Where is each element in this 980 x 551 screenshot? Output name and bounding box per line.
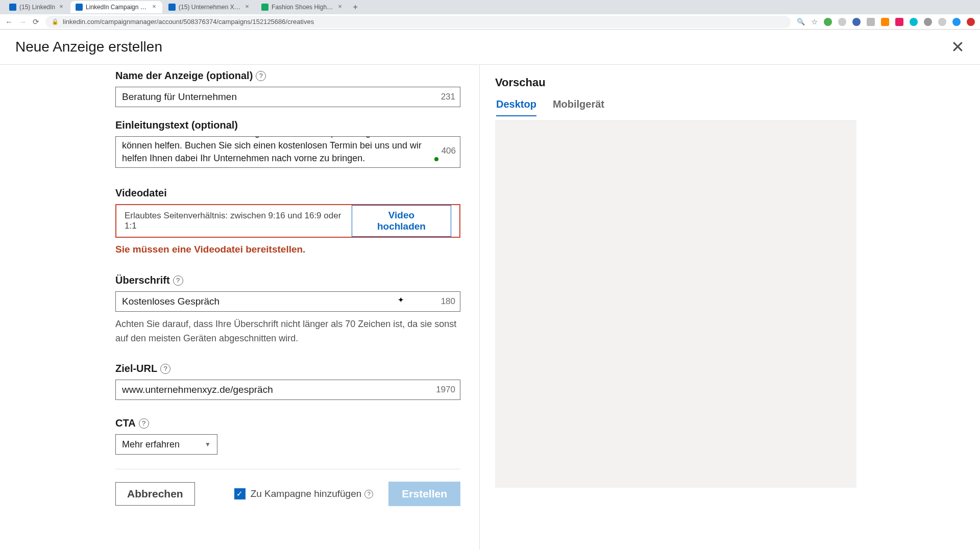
create-button[interactable]: Erstellen	[388, 482, 460, 506]
form-column: Name der Anzeige (optional) ? 231 Einlei…	[0, 65, 480, 550]
browser-tab[interactable]: (15) LinkedIn ×	[4, 1, 69, 13]
video-error-message: Sie müssen eine Videodatei bereitstellen…	[115, 244, 469, 255]
help-icon[interactable]: ?	[256, 71, 266, 81]
help-icon[interactable]: ?	[364, 490, 373, 498]
browser-tab[interactable]: (15) Unternehmen XYZ: Admin ×	[163, 1, 255, 13]
status-dot-icon	[434, 157, 438, 161]
modal-title: Neue Anzeige erstellen	[15, 39, 162, 55]
extension-icon[interactable]	[924, 18, 932, 26]
modal-body: Name der Anzeige (optional) ? 231 Einlei…	[0, 64, 980, 550]
tab-strip: (15) LinkedIn × LinkedIn Campaign Manage…	[0, 0, 980, 14]
extension-icons	[824, 18, 975, 26]
extension-icon[interactable]	[824, 18, 832, 26]
target-url-group: Ziel-URL ? 1970	[115, 363, 469, 400]
favicon-icon	[168, 4, 176, 11]
headline-hint: Achten Sie darauf, dass Ihre Überschrift…	[115, 317, 460, 345]
forward-icon[interactable]: →	[19, 17, 27, 26]
extension-icon[interactable]	[910, 18, 918, 26]
video-hint: Erlaubtes Seitenverhältnis: zwischen 9:1…	[125, 211, 352, 231]
add-to-campaign-checkbox-wrap: ✓ Zu Kampagne hinzufügen ?	[234, 488, 374, 499]
favicon-icon	[261, 4, 268, 11]
extension-icon[interactable]	[867, 18, 875, 26]
close-icon[interactable]: ×	[151, 4, 157, 10]
browser-chrome: (15) LinkedIn × LinkedIn Campaign Manage…	[0, 0, 980, 30]
preview-header: Vorschau Desktop Mobilgerät	[480, 65, 872, 120]
close-icon[interactable]: ✕	[951, 39, 965, 55]
preview-title: Vorschau	[495, 76, 856, 89]
preview-canvas	[495, 120, 856, 488]
extension-icon[interactable]	[938, 18, 946, 26]
tab-mobile[interactable]: Mobilgerät	[553, 98, 604, 116]
extension-icon[interactable]	[881, 18, 889, 26]
cancel-button[interactable]: Abbrechen	[115, 482, 195, 506]
char-counter: 1970	[436, 385, 455, 395]
browser-tab[interactable]: LinkedIn Campaign Manager ×	[70, 1, 162, 13]
zoom-icon[interactable]: 🔍	[797, 18, 805, 26]
divider	[115, 469, 460, 469]
tab-title: Fashion Shoes High - Free ph	[272, 4, 334, 11]
extension-icon[interactable]	[952, 18, 961, 26]
reload-icon[interactable]: ⟳	[33, 17, 39, 27]
preview-column: Vorschau Desktop Mobilgerät	[480, 65, 872, 550]
ad-name-group: Name der Anzeige (optional) ? 231	[115, 70, 469, 107]
extension-icon[interactable]	[895, 18, 903, 26]
extension-icon[interactable]	[838, 18, 846, 26]
add-to-campaign-label: Zu Kampagne hinzufügen ?	[251, 488, 374, 499]
video-file-group: Videodatei Erlaubtes Seitenverhältnis: z…	[115, 187, 469, 255]
headline-group: Überschrift ? 180 Achten Sie darauf, das…	[115, 274, 469, 345]
cta-selected-value: Mehr erfahren	[122, 439, 180, 450]
preview-tabs: Desktop Mobilgerät	[495, 98, 856, 116]
back-icon[interactable]: ←	[5, 17, 13, 26]
help-icon[interactable]: ?	[160, 364, 170, 374]
cta-select[interactable]: Mehr erfahren ▼	[115, 434, 217, 455]
target-url-input[interactable]	[115, 380, 460, 400]
tab-title: (15) Unternehmen XYZ: Admin	[179, 4, 241, 11]
cta-group: CTA ? Mehr erfahren ▼	[115, 417, 469, 455]
form-footer: Abbrechen ✓ Zu Kampagne hinzufügen ? Ers…	[115, 482, 460, 506]
ad-name-label: Name der Anzeige (optional) ?	[115, 70, 469, 82]
target-url-label: Ziel-URL ?	[115, 363, 469, 374]
chevron-down-icon: ▼	[205, 441, 211, 448]
favicon-icon	[76, 4, 83, 11]
close-icon[interactable]: ×	[244, 4, 250, 10]
extension-icon[interactable]	[852, 18, 861, 26]
upload-video-button[interactable]: Video hochladen	[352, 205, 451, 237]
extension-icon[interactable]	[967, 18, 975, 26]
url-input[interactable]: 🔒 linkedin.com/campaignmanager/account/5…	[45, 16, 791, 28]
char-counter: 231	[441, 92, 455, 102]
intro-text-group: Einleitungstext (optional) Wächst Ihr Un…	[115, 119, 469, 168]
video-upload-box: Erlaubtes Seitenverhältnis: zwischen 9:1…	[115, 204, 460, 238]
intro-text-label: Einleitungstext (optional)	[115, 119, 469, 131]
tab-title: (15) LinkedIn	[19, 4, 55, 11]
lock-icon: 🔒	[52, 18, 59, 25]
headline-input[interactable]	[115, 291, 460, 312]
intro-text-input[interactable]: Wächst Ihr Unternehmen nur langsam oder …	[115, 136, 460, 168]
tab-title: LinkedIn Campaign Manager	[86, 4, 148, 11]
ad-name-input[interactable]	[115, 87, 460, 107]
char-counter: 406	[442, 146, 456, 156]
video-file-label: Videodatei	[115, 187, 469, 199]
close-icon[interactable]: ×	[58, 4, 64, 10]
url-text: linkedin.com/campaignmanager/account/508…	[63, 18, 314, 26]
browser-tab[interactable]: Fashion Shoes High - Free ph ×	[256, 1, 348, 13]
char-counter: 180	[441, 296, 455, 307]
cta-label: CTA ?	[115, 417, 469, 429]
headline-label: Überschrift ?	[115, 274, 469, 286]
modal-header: Neue Anzeige erstellen ✕	[0, 30, 980, 64]
close-icon[interactable]: ×	[337, 4, 343, 10]
favicon-icon	[9, 4, 16, 11]
tab-desktop[interactable]: Desktop	[496, 98, 536, 116]
star-icon[interactable]: ☆	[811, 17, 818, 27]
add-to-campaign-checkbox[interactable]: ✓	[234, 488, 246, 499]
ad-creation-modal: Neue Anzeige erstellen ✕ Name der Anzeig…	[0, 30, 980, 551]
new-tab-button[interactable]: +	[349, 3, 361, 12]
help-icon[interactable]: ?	[173, 276, 183, 286]
help-icon[interactable]: ?	[139, 418, 149, 429]
address-bar: ← → ⟳ 🔒 linkedin.com/campaignmanager/acc…	[0, 14, 980, 30]
